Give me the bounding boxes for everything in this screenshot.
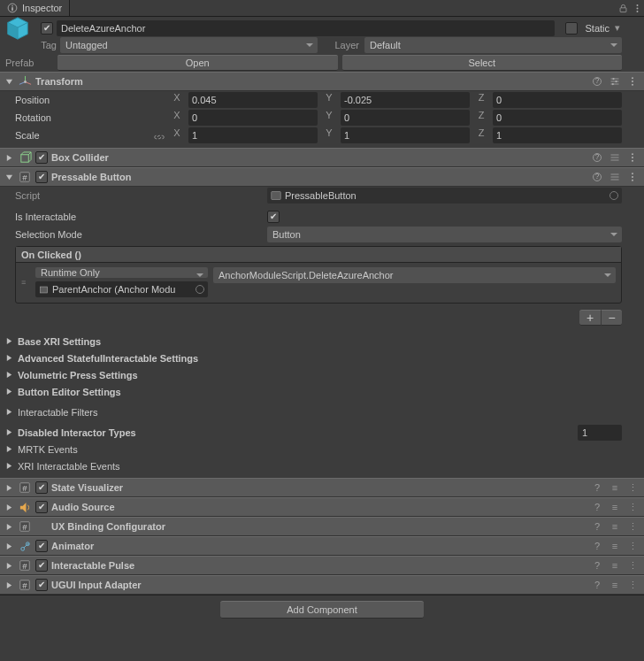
rotation-x[interactable] [188, 110, 318, 126]
svg-point-35 [632, 157, 633, 158]
rotation-z[interactable] [493, 110, 622, 126]
help-icon[interactable]: ? [591, 502, 603, 512]
enabled-checkbox[interactable] [35, 559, 48, 572]
enabled-checkbox[interactable] [35, 151, 48, 164]
help-icon[interactable]: ? [591, 541, 603, 551]
animator-header[interactable]: Animator ?≡⋮ [0, 536, 644, 556]
box-collider-header[interactable]: Box Collider ? [0, 148, 644, 167]
preset-icon[interactable]: ≡ [609, 541, 621, 551]
transform-header[interactable]: Transform ? [0, 72, 644, 91]
interactable-filters-section[interactable]: Interactable Filters [0, 404, 644, 420]
help-icon[interactable]: ? [591, 76, 603, 87]
scale-y[interactable] [341, 127, 470, 143]
box-collider-icon [18, 150, 32, 165]
selection-mode-dropdown[interactable]: Button [267, 227, 622, 242]
help-icon[interactable]: ? [591, 521, 603, 532]
pressable-button-header[interactable]: # Pressable Button ? [0, 167, 644, 187]
preset-icon[interactable]: ≡ [609, 502, 621, 512]
mrtk-events-section[interactable]: MRTK Events [0, 441, 644, 457]
advanced-stateful-section[interactable]: Advanced StatefulInteractable Settings [0, 350, 644, 366]
add-event-button[interactable]: + [579, 310, 601, 326]
lock-icon[interactable] [616, 4, 630, 13]
event-method-dropdown[interactable]: AnchorModuleScript.DeleteAzureAnchor [213, 267, 616, 283]
event-target-field[interactable]: ParentAnchor (Anchor Modu [35, 281, 208, 297]
ux-binding-header[interactable]: # UX Binding Configurator ?≡⋮ [0, 517, 644, 536]
audio-source-header[interactable]: Audio Source ?≡⋮ [0, 497, 644, 517]
object-picker-icon[interactable] [610, 191, 618, 200]
help-icon[interactable]: ? [591, 560, 603, 571]
interactable-pulse-header[interactable]: # Interactable Pulse ?≡⋮ [0, 556, 644, 575]
script-field[interactable]: PressableButton [267, 188, 622, 204]
enabled-checkbox[interactable] [35, 540, 48, 552]
add-component-button[interactable]: Add Component [220, 601, 424, 619]
context-menu-icon[interactable]: ⋮ [626, 541, 639, 552]
context-menu-icon[interactable] [626, 172, 639, 182]
static-dropdown-icon[interactable]: ▾ [613, 22, 622, 34]
foldout-icon[interactable] [4, 154, 14, 162]
disabled-interactor-row[interactable]: Disabled Interactor Types 1 [0, 424, 644, 441]
help-icon[interactable]: ? [591, 172, 603, 182]
object-picker-icon[interactable] [196, 285, 204, 294]
help-icon[interactable]: ? [591, 152, 603, 163]
is-interactable-checkbox[interactable] [267, 211, 280, 223]
tag-dropdown[interactable]: Untagged [60, 37, 318, 53]
prefab-select-button[interactable]: Select [342, 55, 623, 71]
context-menu-icon[interactable]: ⋮ [626, 521, 639, 533]
position-x[interactable] [188, 92, 318, 108]
rotation-y[interactable] [341, 110, 470, 126]
svg-point-24 [632, 81, 633, 82]
context-menu-icon[interactable]: ⋮ [626, 502, 639, 513]
static-checkbox[interactable] [565, 22, 578, 35]
svg-marker-50 [6, 338, 11, 344]
context-menu-icon[interactable] [626, 76, 639, 87]
svg-point-20 [612, 78, 614, 80]
drag-handle-icon[interactable]: ≡ [21, 267, 30, 297]
prefab-open-button[interactable]: Open [58, 55, 338, 71]
preset-icon[interactable]: ≡ [609, 482, 621, 493]
disabled-interactor-count[interactable]: 1 [578, 425, 622, 441]
call-state-dropdown[interactable]: Runtime Only [35, 267, 208, 278]
context-menu-icon[interactable]: ⋮ [626, 580, 639, 591]
button-editor-section[interactable]: Button Editor Settings [0, 383, 644, 400]
layer-dropdown[interactable]: Default [364, 37, 622, 53]
inspector-tab[interactable]: Inspector [0, 0, 70, 16]
preset-icon[interactable]: ≡ [609, 580, 621, 590]
volumetric-press-section[interactable]: Volumetric Press Settings [0, 366, 644, 383]
xri-events-section[interactable]: XRI Interactable Events [0, 457, 644, 474]
preset-icon[interactable]: ≡ [609, 521, 621, 532]
scale-x[interactable] [188, 127, 318, 143]
enabled-checkbox[interactable] [35, 481, 48, 494]
foldout-icon[interactable] [4, 173, 14, 181]
context-menu-icon[interactable]: ⋮ [626, 560, 639, 572]
active-checkbox[interactable] [41, 22, 53, 35]
preset-icon[interactable] [609, 172, 621, 182]
help-icon[interactable]: ? [591, 482, 603, 493]
preset-icon[interactable]: ≡ [609, 560, 621, 571]
preset-icon[interactable] [609, 76, 621, 87]
y-label: Y [323, 92, 335, 108]
preset-icon[interactable] [609, 152, 621, 163]
svg-point-46 [632, 176, 633, 178]
context-menu-icon[interactable] [630, 4, 644, 13]
scale-z[interactable] [493, 127, 622, 143]
context-menu-icon[interactable]: ⋮ [626, 482, 639, 494]
position-z[interactable] [493, 92, 622, 108]
foldout-icon[interactable] [4, 78, 14, 86]
gameobject-name-field[interactable] [57, 20, 555, 36]
svg-point-47 [632, 180, 633, 181]
base-xri-section[interactable]: Base XRI Settings [0, 333, 644, 350]
remove-event-button[interactable]: − [601, 310, 622, 326]
link-icon[interactable] [153, 131, 165, 143]
position-y[interactable] [341, 92, 470, 108]
gameobject-icon[interactable] [4, 17, 32, 42]
state-visualizer-header[interactable]: # State Visualizer ?≡⋮ [0, 478, 644, 497]
enabled-checkbox[interactable] [35, 171, 48, 183]
svg-point-22 [612, 83, 614, 85]
enabled-checkbox[interactable] [35, 501, 48, 513]
scale-label: Scale [15, 130, 171, 141]
help-icon[interactable]: ? [591, 580, 603, 590]
enabled-checkbox[interactable] [35, 579, 48, 591]
context-menu-icon[interactable] [626, 152, 639, 163]
ugui-input-header[interactable]: # UGUI Input Adapter ?≡⋮ [0, 575, 644, 595]
svg-line-69 [24, 545, 27, 548]
